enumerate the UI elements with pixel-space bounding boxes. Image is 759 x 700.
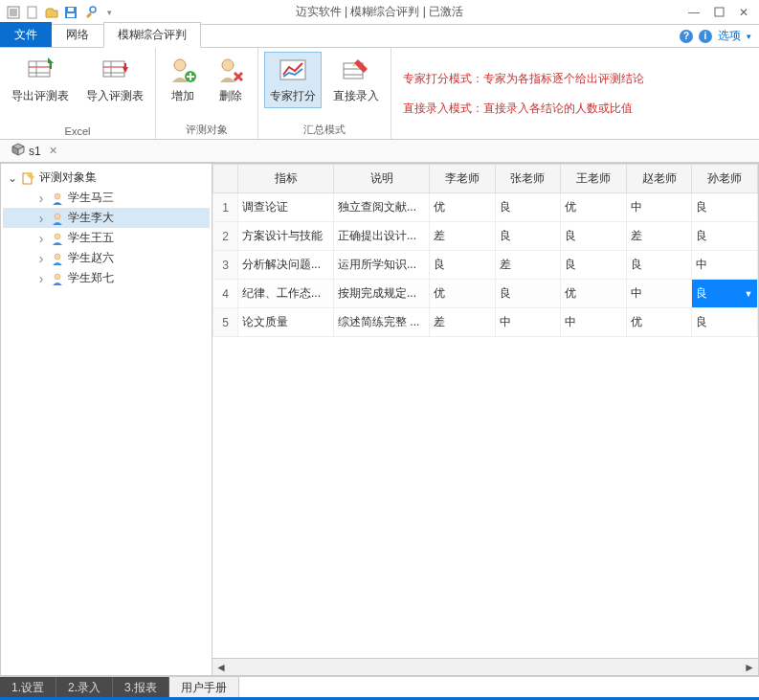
grid-cell[interactable]: 综述简练完整 ... [334,308,430,337]
grid-cell[interactable]: 差 [495,251,561,280]
tree-bullet-icon: › [35,214,47,223]
tab-network[interactable]: 网络 [52,22,103,47]
tree-bullet-icon: › [35,274,47,283]
grid-cell[interactable]: 按期完成规定... [334,280,430,308]
direct-input-button[interactable]: 直接录入 [327,52,385,108]
tab-settings[interactable]: 1.设置 [0,677,56,697]
tab-fuzzy[interactable]: 模糊综合评判 [103,22,201,48]
grid-cell[interactable]: 良 [692,308,758,337]
maximize-button[interactable] [707,4,730,21]
grid-column-header[interactable]: 王老师 [561,165,627,193]
grid-column-header[interactable] [213,165,238,193]
save-icon[interactable] [63,5,78,20]
dropdown-icon[interactable]: ▾ [101,5,117,20]
grid-cell[interactable]: 优 [430,193,496,222]
grid-cell[interactable]: 良▼ [692,280,758,308]
main-tabbar: 文件 网络 模糊综合评判 ? i 选项 ▾ [0,25,759,48]
add-button[interactable]: 增加 [162,52,204,108]
grid-column-header[interactable]: 说明 [334,165,430,193]
grid-cell[interactable]: 中 [692,251,758,280]
grid-cell[interactable]: 优 [430,280,496,308]
horizontal-scrollbar[interactable]: ◄ ► [212,658,758,675]
tools-icon[interactable] [82,5,98,20]
grid-cell[interactable]: 良 [561,251,627,280]
grid-cell[interactable]: 良 [430,251,496,280]
tree-item[interactable]: ›学生赵六 [3,248,210,268]
grid-cell[interactable]: 运用所学知识... [334,251,430,280]
row-number: 3 [213,251,238,280]
document-tabbar: s1 ✕ [0,140,759,163]
grid-cell[interactable]: 优 [561,193,627,222]
grid-cell[interactable]: 论文质量 [238,308,334,337]
ribbon-group-summary: 专家打分 直接录入 汇总模式 [258,48,391,139]
tree-root-label: 评测对象集 [39,169,97,186]
info-icon[interactable]: i [699,30,712,43]
grid-cell[interactable]: 差 [430,222,496,251]
grid-column-header[interactable]: 孙老师 [692,165,758,193]
grid-cell[interactable]: 独立查阅文献... [334,193,430,222]
grid-column-header[interactable]: 张老师 [495,165,561,193]
options-dropdown-icon[interactable]: ▾ [747,32,751,41]
grid-cell[interactable]: 良 [495,222,561,251]
tree-item-label: 学生王五 [68,230,114,246]
export-table-button[interactable]: 导出评测表 [6,52,75,108]
grid-cell[interactable]: 良 [561,222,627,251]
grid-cell[interactable]: 中 [495,308,561,337]
import-table-button[interactable]: 导入评测表 [80,52,149,108]
new-icon[interactable] [25,5,40,20]
grid-cell[interactable]: 良 [692,193,758,222]
grid-cell[interactable]: 优 [561,280,627,308]
options-link[interactable]: 选项 [718,28,741,44]
tree: ⌄ 评测对象集 ›学生马三›学生李大›学生王五›学生赵六›学生郑七 [1,164,212,292]
grid-cell[interactable]: 良 [626,251,692,280]
grid-cell[interactable]: 中 [561,308,627,337]
grid-cell[interactable]: 调查论证 [238,193,334,222]
grid-cell[interactable]: 正确提出设计... [334,222,430,251]
tree-item-label: 学生马三 [68,190,114,206]
tab-close-icon[interactable]: ✕ [49,145,57,157]
grid-column-header[interactable]: 李老师 [430,165,496,193]
grid-cell[interactable]: 差 [430,308,496,337]
tree-root[interactable]: ⌄ 评测对象集 [3,168,210,188]
grid-cell[interactable]: 差 [626,222,692,251]
scroll-left-icon[interactable]: ◄ [212,660,230,675]
edit-note-icon [22,171,35,185]
grid-cell[interactable]: 良 [692,222,758,251]
scroll-right-icon[interactable]: ► [741,660,758,675]
grid-cell[interactable]: 中 [626,280,692,308]
minimize-button[interactable]: — [682,4,705,21]
tree-item[interactable]: ›学生马三 [3,188,210,208]
close-button[interactable]: ✕ [732,4,755,21]
grid-cell[interactable]: 分析解决问题... [238,251,334,280]
svg-point-6 [90,7,96,12]
grid-cell[interactable]: 纪律、工作态... [238,280,334,308]
tree-expand-icon[interactable]: ⌄ [7,171,18,185]
grid-cell[interactable]: 良 [495,193,561,222]
document-tab-s1[interactable]: s1 ✕ [4,141,65,161]
quick-access-toolbar: ▾ [0,5,117,20]
row-number: 5 [213,308,238,337]
app-icon [6,5,21,20]
tree-item[interactable]: ›学生郑七 [3,268,210,288]
add-person-icon [167,56,198,86]
cell-dropdown-icon[interactable]: ▼ [742,287,755,301]
help-icon[interactable]: ? [680,30,693,43]
tab-input[interactable]: 2.录入 [56,677,113,697]
tree-item[interactable]: ›学生李大 [3,208,210,228]
grid-column-header[interactable]: 指标 [238,165,334,193]
chart-score-icon [278,56,308,86]
tab-file[interactable]: 文件 [0,22,52,47]
tree-item[interactable]: ›学生王五 [3,228,210,248]
grid-cell[interactable]: 中 [626,193,692,222]
open-icon[interactable] [44,5,59,20]
tab-report[interactable]: 3.报表 [113,677,169,697]
expert-score-button[interactable]: 专家打分 [264,52,322,108]
grid-cell[interactable]: 优 [626,308,692,337]
row-number: 2 [213,222,238,251]
delete-button[interactable]: 删除 [210,52,252,108]
grid-cell[interactable]: 良 [495,280,561,308]
main-content: ⌄ 评测对象集 ›学生马三›学生李大›学生王五›学生赵六›学生郑七 指标说明李老… [0,163,759,676]
tab-manual[interactable]: 用户手册 [169,677,239,697]
grid-cell[interactable]: 方案设计与技能 [238,222,334,251]
grid-column-header[interactable]: 赵老师 [626,165,692,193]
